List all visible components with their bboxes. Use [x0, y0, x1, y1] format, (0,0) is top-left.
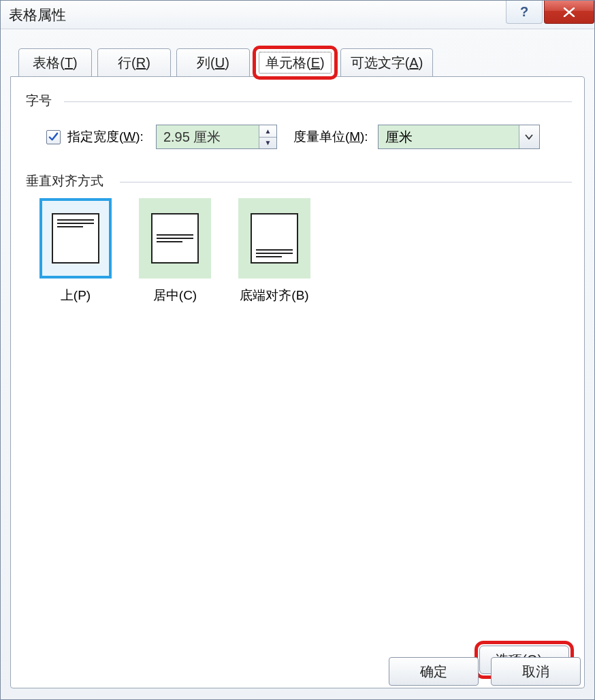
unit-value: 厘米 [379, 125, 519, 148]
valign-center[interactable]: 居中(C) [139, 198, 211, 304]
tab-row[interactable]: 行(R) [97, 48, 171, 77]
tab-cell[interactable]: 单元格(E) [255, 48, 335, 77]
titlebar: 表格属性 ? [1, 1, 594, 29]
client-area: 表格(T) 行(R) 列(U) 单元格(E) 可选文字(A) 字号 [10, 37, 585, 688]
tab-table[interactable]: 表格(T) [18, 48, 92, 77]
chevron-down-icon [525, 134, 533, 140]
valign-bottom-label: 底端对齐(B) [240, 287, 308, 304]
width-spinner[interactable]: ▲ ▼ [156, 125, 277, 149]
valign-top-thumb [39, 198, 112, 279]
valign-top[interactable]: 上(P) [39, 198, 112, 304]
tab-column[interactable]: 列(U) [176, 48, 250, 77]
dropdown-arrow[interactable] [519, 125, 539, 148]
cancel-button[interactable]: 取消 [491, 657, 581, 686]
ok-button[interactable]: 确定 [389, 657, 479, 686]
dialog-footer: 确定 取消 [389, 657, 581, 686]
spin-down[interactable]: ▼ [259, 138, 276, 149]
tab-strip: 表格(T) 行(R) 列(U) 单元格(E) 可选文字(A) [10, 37, 585, 77]
help-button[interactable]: ? [506, 1, 543, 24]
spinner-buttons: ▲ ▼ [259, 125, 276, 148]
dialog-window: 表格属性 ? 表格(T) 行(R) 列(U) 单元格(E) 可选文字(A) [0, 0, 595, 700]
valign-bottom-thumb [238, 198, 310, 279]
close-button[interactable] [544, 1, 594, 24]
close-icon [562, 7, 576, 17]
group-size-label: 字号 [26, 92, 52, 110]
window-controls: ? [506, 1, 594, 25]
valign-center-label: 居中(C) [153, 287, 197, 304]
check-icon [48, 132, 59, 142]
unit-dropdown[interactable]: 厘米 [378, 125, 540, 149]
tab-panel-cell: 字号 指定宽度(W): ▲ ▼ [10, 76, 585, 688]
tab-alttext[interactable]: 可选文字(A) [340, 48, 434, 77]
specify-width-label: 指定宽度(W): [67, 128, 144, 146]
valign-options: 上(P) 居中(C) [39, 198, 310, 304]
spin-up[interactable]: ▲ [259, 125, 276, 138]
valign-center-thumb [139, 198, 211, 279]
specify-width-row: 指定宽度(W): ▲ ▼ 度量单位(M): 厘米 [46, 125, 540, 149]
width-input[interactable] [157, 125, 259, 148]
window-title: 表格属性 [9, 5, 66, 25]
divider [64, 101, 572, 102]
unit-label: 度量单位(M): [293, 128, 368, 146]
valign-bottom[interactable]: 底端对齐(B) [238, 198, 310, 304]
valign-top-label: 上(P) [61, 287, 91, 304]
divider [120, 182, 572, 182]
specify-width-checkbox[interactable] [46, 130, 61, 144]
group-valign-label: 垂直对齐方式 [26, 172, 103, 190]
